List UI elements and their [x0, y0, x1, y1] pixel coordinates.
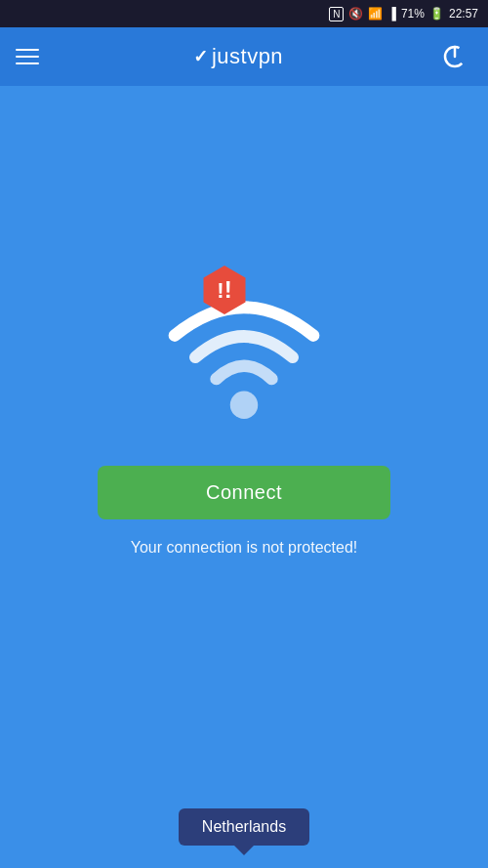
warning-exclamation: !: [217, 278, 224, 304]
country-area: Netherlands: [0, 731, 488, 858]
svg-point-2: [230, 392, 258, 419]
country-name: Netherlands: [202, 818, 286, 835]
connection-status-text: Your connection is not protected!: [131, 539, 357, 557]
connect-button[interactable]: Connect: [98, 466, 390, 519]
clock: 22:57: [449, 7, 478, 21]
logo: ✓ justvpn: [193, 44, 283, 69]
country-tooltip[interactable]: Netherlands: [179, 808, 309, 846]
flag-bar: ◎ 🇩🇪 🇬🇧 🇳🇱 🇷🇴 🇺🇸: [0, 858, 488, 868]
power-button[interactable]: [437, 39, 472, 74]
wifi-status-icon: 📶: [368, 7, 383, 21]
menu-button[interactable]: [16, 49, 39, 64]
nfc-icon: N: [329, 7, 344, 21]
header: ✓ justvpn: [0, 27, 488, 86]
signal-container: !: [146, 261, 342, 436]
battery-icon: 🔋: [429, 7, 444, 21]
status-icons: N 🔇 📶 ▐ 71% 🔋 22:57: [329, 7, 478, 21]
logo-check: ✓: [193, 46, 208, 67]
signal-icon: ▐: [387, 7, 396, 21]
mute-icon: 🔇: [348, 7, 363, 21]
logo-text: justvpn: [212, 44, 283, 69]
battery-level: 71%: [401, 7, 425, 21]
main-content: ! Connect Your connection is not protect…: [0, 86, 488, 731]
status-bar: N 🔇 📶 ▐ 71% 🔋 22:57: [0, 0, 488, 27]
